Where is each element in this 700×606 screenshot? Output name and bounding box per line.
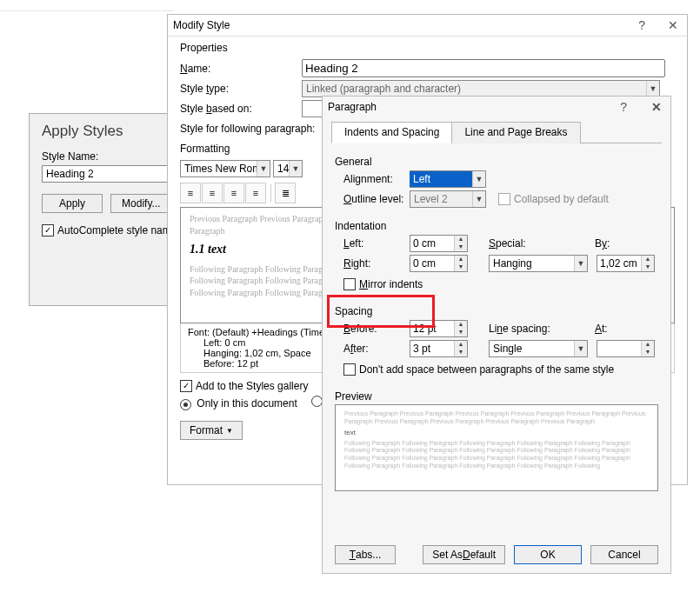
alignment-value: Left bbox=[410, 171, 472, 187]
style-type-combo[interactable]: Linked (paragraph and character)▼ bbox=[302, 80, 660, 97]
set-default-button[interactable]: Set As Default bbox=[423, 545, 505, 564]
at-label: At: bbox=[595, 323, 608, 335]
add-gallery-checkbox[interactable]: ✓ bbox=[180, 380, 192, 392]
before-spin[interactable]: ▲▼ bbox=[410, 320, 468, 337]
indent-left-spin[interactable]: ▲▼ bbox=[410, 235, 468, 252]
autocomplete-label: AutoComplete style names bbox=[57, 224, 182, 236]
special-combo[interactable]: Hanging▼ bbox=[489, 255, 588, 272]
spacing-header: Spacing bbox=[335, 305, 658, 317]
alignment-label: Alignment: bbox=[343, 173, 410, 185]
collapsed-label: Collapsed by default bbox=[514, 193, 609, 205]
before-label: Before: bbox=[343, 323, 410, 335]
by-spin[interactable]: ▲▼ bbox=[597, 255, 655, 272]
alignment-combo[interactable]: Left▼ bbox=[410, 170, 486, 188]
font-size-combo[interactable]: 14▼ bbox=[273, 160, 303, 177]
outline-value: Level 2 bbox=[410, 193, 472, 205]
style-type-value: Linked (paragraph and character) bbox=[303, 83, 646, 95]
name-input[interactable] bbox=[302, 59, 665, 77]
indent-right-spin[interactable]: ▲▼ bbox=[410, 255, 468, 272]
mirror-indents-checkbox[interactable] bbox=[343, 278, 356, 290]
properties-header: Properties bbox=[180, 42, 675, 54]
outline-label: Outline level: bbox=[343, 193, 410, 205]
format-button[interactable]: Format ▼ bbox=[180, 421, 243, 440]
line-spacing-label: Line spacing: bbox=[489, 323, 586, 335]
dont-add-space-checkbox[interactable] bbox=[343, 363, 356, 376]
preview-header: Preview bbox=[335, 390, 658, 403]
ruler-stub bbox=[0, 0, 174, 11]
only-doc-radio[interactable] bbox=[180, 399, 191, 410]
modify-button[interactable]: Modify... bbox=[110, 194, 171, 213]
align-left-icon[interactable]: ≡ bbox=[180, 183, 201, 203]
line-spacing-icon[interactable]: ≣ bbox=[275, 183, 296, 203]
indentation-header: Indentation bbox=[335, 220, 658, 232]
general-header: General bbox=[335, 156, 658, 168]
indent-right-label: Right: bbox=[343, 257, 410, 270]
help-icon[interactable]: ? bbox=[635, 18, 649, 32]
after-label: After: bbox=[343, 343, 410, 355]
only-doc-label: Only in this document bbox=[197, 397, 297, 410]
collapsed-checkbox[interactable] bbox=[498, 193, 510, 205]
paragraph-title: Paragraph bbox=[328, 101, 377, 113]
apply-button[interactable]: Apply bbox=[42, 194, 103, 213]
paragraph-preview-box: Previous Paragraph Previous Paragraph Pr… bbox=[335, 404, 658, 491]
ok-button[interactable]: OK bbox=[514, 545, 582, 564]
para-help-icon[interactable]: ? bbox=[617, 100, 630, 114]
font-combo[interactable]: Times New Roman▼ bbox=[180, 160, 270, 177]
indent-left-label: Left: bbox=[343, 237, 410, 250]
tab-indents-spacing[interactable]: Indents and Spacing bbox=[331, 122, 452, 143]
paragraph-dialog: Paragraph ? ✕ Indents and Spacing Line a… bbox=[322, 96, 671, 574]
after-spin[interactable]: ▲▼ bbox=[410, 340, 468, 357]
line-spacing-combo[interactable]: Single▼ bbox=[489, 340, 588, 357]
tabs-button[interactable]: Tabs... bbox=[335, 545, 396, 564]
by-label: By: bbox=[595, 237, 610, 250]
outline-combo[interactable]: Level 2▼ bbox=[410, 190, 486, 208]
align-center-icon[interactable]: ≡ bbox=[202, 183, 223, 203]
add-gallery-label: Add to the Styles gallery bbox=[196, 380, 308, 392]
dont-add-space-label: Don't add space between paragraphs of th… bbox=[359, 363, 614, 376]
mirror-indents-label: Mirror indents bbox=[359, 278, 423, 290]
align-right-icon[interactable]: ≡ bbox=[223, 183, 244, 203]
at-spin[interactable]: ▲▼ bbox=[597, 340, 655, 357]
special-label: Special: bbox=[489, 237, 586, 250]
pane-title: Apply Styles bbox=[42, 123, 123, 140]
tab-line-page-breaks[interactable]: Line and Page Breaks bbox=[451, 122, 580, 143]
cancel-button[interactable]: Cancel bbox=[590, 545, 658, 564]
close-icon[interactable]: ✕ bbox=[664, 18, 682, 32]
align-justify-icon[interactable]: ≡ bbox=[245, 183, 266, 203]
mirror-indents-row: Mirror indents bbox=[343, 278, 423, 290]
based-on-label: Style based on: bbox=[180, 103, 302, 115]
autocomplete-checkbox[interactable]: ✓ bbox=[42, 224, 54, 236]
para-close-icon[interactable]: ✕ bbox=[648, 100, 665, 114]
modify-style-title: Modify Style bbox=[173, 19, 230, 31]
following-label: Style for following paragraph: bbox=[180, 123, 328, 135]
para-preview-sample: text bbox=[344, 429, 649, 437]
